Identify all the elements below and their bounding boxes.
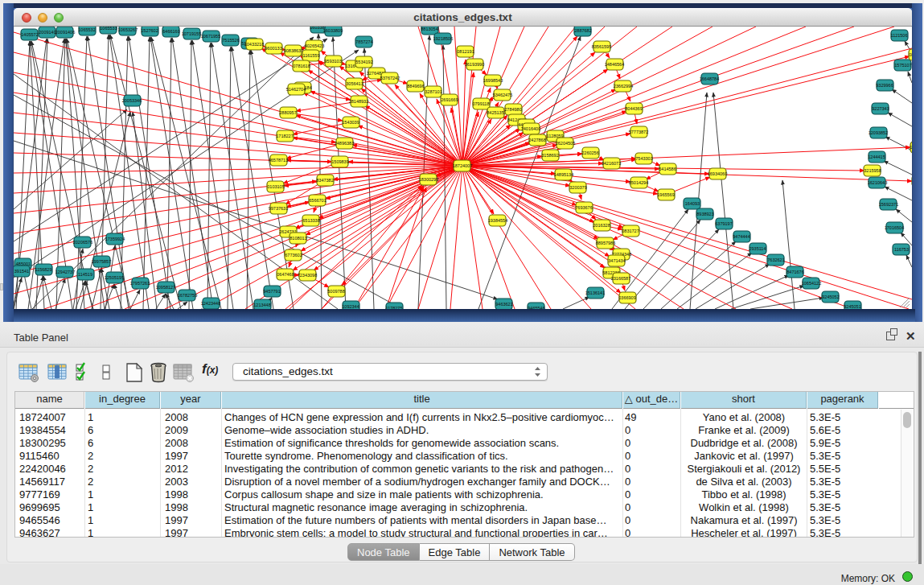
svg-text:23166587: 23166587 — [611, 276, 630, 281]
svg-text:12942737: 12942737 — [55, 270, 75, 274]
svg-text:10654122: 10654122 — [802, 281, 821, 286]
svg-text:10653267: 10653267 — [118, 27, 138, 32]
svg-text:9457791: 9457791 — [263, 289, 280, 294]
svg-text:0799118: 0799118 — [472, 101, 489, 106]
svg-text:9329966: 9329966 — [876, 83, 893, 88]
svg-text:6773602: 6773602 — [285, 253, 302, 257]
svg-text:116753: 116753 — [894, 247, 909, 252]
svg-text:2691669: 2691669 — [441, 97, 458, 102]
svg-text:34216073: 34216073 — [602, 161, 621, 166]
svg-text:9593103: 9593103 — [324, 59, 341, 64]
svg-text:10719155: 10719155 — [182, 31, 201, 36]
svg-text:9474444: 9474444 — [733, 234, 749, 239]
svg-text:3215958: 3215958 — [864, 168, 881, 173]
svg-text:8849696: 8849696 — [407, 84, 424, 89]
svg-text:19218506: 19218506 — [433, 36, 453, 41]
svg-text:8044369: 8044369 — [625, 106, 642, 111]
svg-text:1065532: 1065532 — [78, 27, 95, 32]
svg-text:9227343: 9227343 — [872, 106, 889, 111]
svg-text:18300295: 18300295 — [419, 177, 438, 182]
svg-text:12423448: 12423448 — [201, 301, 220, 306]
svg-text:2887682: 2887682 — [574, 28, 591, 33]
svg-text:9245051: 9245051 — [844, 304, 860, 309]
svg-text:1244415: 1244415 — [868, 154, 885, 159]
svg-text:0831727: 0831727 — [622, 229, 639, 233]
svg-text:12093852: 12093852 — [869, 130, 888, 135]
svg-text:53767242: 53767242 — [380, 76, 400, 80]
svg-text:7515526: 7515526 — [222, 38, 239, 43]
svg-text:23662994: 23662994 — [614, 84, 633, 89]
svg-text:2260256: 2260256 — [581, 150, 598, 155]
svg-text:36193990: 36193990 — [465, 62, 484, 67]
svg-text:3056413: 3056413 — [346, 81, 363, 86]
svg-text:85014294: 85014294 — [629, 180, 648, 185]
svg-text:1065533: 1065533 — [100, 27, 117, 31]
svg-text:51462704: 51462704 — [286, 87, 306, 92]
svg-text:10433218: 10433218 — [244, 42, 264, 47]
svg-text:2784980: 2784980 — [504, 107, 521, 112]
svg-text:14895134: 14895134 — [554, 172, 573, 177]
svg-text:7857274: 7857274 — [355, 39, 372, 44]
svg-text:1965569: 1965569 — [657, 192, 674, 197]
svg-text:8813054: 8813054 — [421, 27, 437, 31]
svg-text:8347382: 8347382 — [316, 178, 333, 183]
svg-text:83561595: 83561595 — [592, 44, 611, 49]
svg-text:15136141: 15136141 — [585, 290, 605, 295]
svg-text:74016400: 74016400 — [521, 126, 540, 131]
svg-text:88957986: 88957986 — [596, 241, 615, 245]
svg-text:3200379: 3200379 — [569, 185, 586, 190]
svg-text:18724007: 18724007 — [453, 163, 472, 168]
svg-text:0103105: 0103105 — [267, 184, 284, 189]
svg-text:7543303: 7543303 — [635, 156, 652, 161]
svg-text:2016328: 2016328 — [593, 223, 610, 228]
svg-text:90838637: 90838637 — [284, 48, 303, 53]
svg-text:5009788: 5009788 — [327, 289, 344, 294]
svg-text:0647468: 0647468 — [277, 272, 294, 277]
svg-text:3471434: 3471434 — [608, 258, 625, 263]
svg-text:0781618: 0781618 — [293, 64, 310, 68]
svg-text:16648784: 16648784 — [700, 76, 719, 81]
svg-text:2935114: 2935114 — [749, 246, 766, 251]
svg-text:40265423: 40265423 — [305, 43, 324, 48]
svg-text:16998543: 16998543 — [483, 78, 503, 83]
svg-text:1213448: 1213448 — [253, 303, 270, 307]
svg-text:3287101: 3287101 — [425, 89, 441, 94]
svg-text:1575107: 1575107 — [894, 63, 911, 68]
svg-text:20091406: 20091406 — [55, 30, 75, 35]
svg-text:20053346: 20053346 — [122, 98, 142, 103]
svg-text:8108013: 8108013 — [290, 236, 306, 241]
svg-text:10671955: 10671955 — [201, 34, 220, 39]
svg-text:164093: 164093 — [685, 201, 700, 206]
svg-text:8938923: 8938923 — [696, 212, 713, 216]
svg-text:15692371: 15692371 — [879, 202, 898, 207]
svg-text:17957263: 17957263 — [130, 281, 150, 286]
svg-text:5414586: 5414586 — [659, 167, 676, 171]
svg-text:57773872: 57773872 — [629, 130, 648, 134]
svg-text:2427868: 2427868 — [528, 138, 545, 142]
svg-text:1543039: 1543039 — [342, 120, 359, 125]
svg-text:17016504: 17016504 — [885, 225, 904, 230]
svg-text:1092344: 1092344 — [342, 304, 359, 309]
svg-text:7632621: 7632621 — [767, 257, 784, 262]
svg-text:1178275: 1178275 — [385, 306, 402, 309]
svg-text:1405572: 1405572 — [21, 32, 38, 37]
svg-text:72343098: 72343098 — [298, 273, 317, 278]
svg-text:53462475: 53462475 — [493, 93, 512, 97]
svg-text:1156829: 1156829 — [35, 267, 51, 272]
svg-text:19384554: 19384554 — [488, 218, 507, 223]
svg-text:5534192: 5534192 — [355, 60, 372, 64]
svg-text:17359924: 17359924 — [105, 237, 125, 241]
svg-text:0812191: 0812191 — [457, 49, 474, 54]
svg-text:10958127: 10958127 — [156, 285, 175, 290]
svg-text:6379197: 6379197 — [715, 221, 732, 226]
svg-text:20206576: 20206576 — [73, 240, 92, 245]
svg-text:1121506: 1121506 — [890, 33, 907, 38]
svg-text:16782759: 16782759 — [178, 293, 197, 298]
svg-text:12505195: 12505195 — [105, 275, 124, 280]
svg-text:7693676: 7693676 — [575, 205, 592, 210]
svg-text:16934060: 16934060 — [708, 171, 727, 176]
svg-text:9245052: 9245052 — [822, 295, 839, 299]
svg-text:9465546: 9465546 — [528, 306, 544, 309]
svg-text:9600133: 9600133 — [265, 46, 281, 51]
svg-text:0366909: 0366909 — [618, 295, 635, 300]
